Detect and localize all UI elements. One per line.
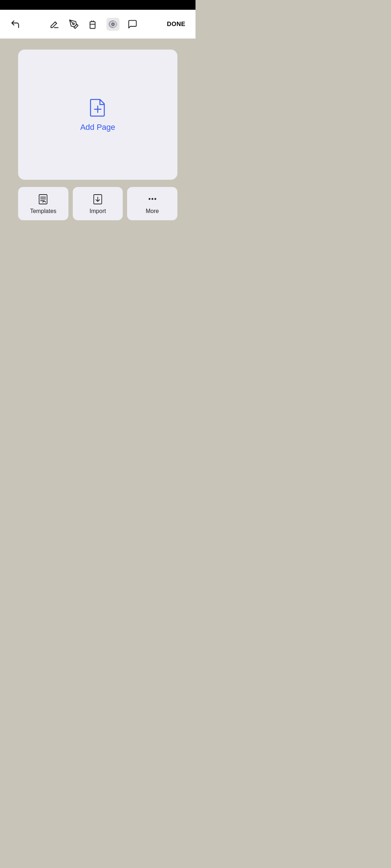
- svg-rect-1: [90, 22, 95, 29]
- add-page-label: Add Page: [80, 123, 115, 132]
- action-buttons: Templates Import More: [18, 187, 177, 220]
- undo-icon[interactable]: [9, 18, 22, 31]
- svg-point-17: [155, 199, 156, 200]
- pencil-icon[interactable]: [48, 18, 61, 31]
- more-label: More: [146, 208, 159, 214]
- toolbar-left: [9, 18, 22, 31]
- toolbar-tools: [48, 18, 139, 31]
- add-page-icon: [88, 97, 108, 118]
- done-button[interactable]: DONE: [165, 18, 187, 31]
- templates-label: Templates: [30, 208, 56, 214]
- import-button[interactable]: Import: [73, 187, 123, 220]
- status-bar: [0, 0, 196, 10]
- more-button[interactable]: More: [127, 187, 177, 220]
- import-icon: [92, 193, 103, 204]
- add-page-card[interactable]: Add Page: [18, 50, 177, 180]
- templates-icon: [38, 193, 49, 204]
- import-label: Import: [89, 208, 106, 214]
- svg-point-16: [152, 199, 153, 200]
- main-area: Add Page Templates Import: [0, 39, 196, 263]
- lasso-icon[interactable]: [106, 18, 119, 31]
- templates-button[interactable]: Templates: [18, 187, 68, 220]
- svg-rect-9: [39, 195, 47, 204]
- svg-point-6: [112, 23, 114, 25]
- svg-point-0: [73, 23, 75, 25]
- svg-point-15: [149, 199, 150, 200]
- more-icon: [147, 193, 158, 204]
- eraser-icon[interactable]: [87, 18, 100, 31]
- toolbar: DONE: [0, 10, 196, 39]
- pen-icon[interactable]: [67, 18, 80, 31]
- bubble-icon[interactable]: [126, 18, 139, 31]
